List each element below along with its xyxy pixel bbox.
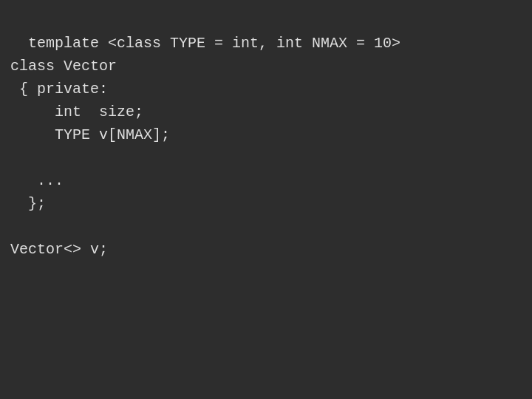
code-editor: template <class TYPE = int, int NMAX = 1… bbox=[0, 0, 532, 399]
code-content: template <class TYPE = int, int NMAX = 1… bbox=[10, 35, 400, 258]
